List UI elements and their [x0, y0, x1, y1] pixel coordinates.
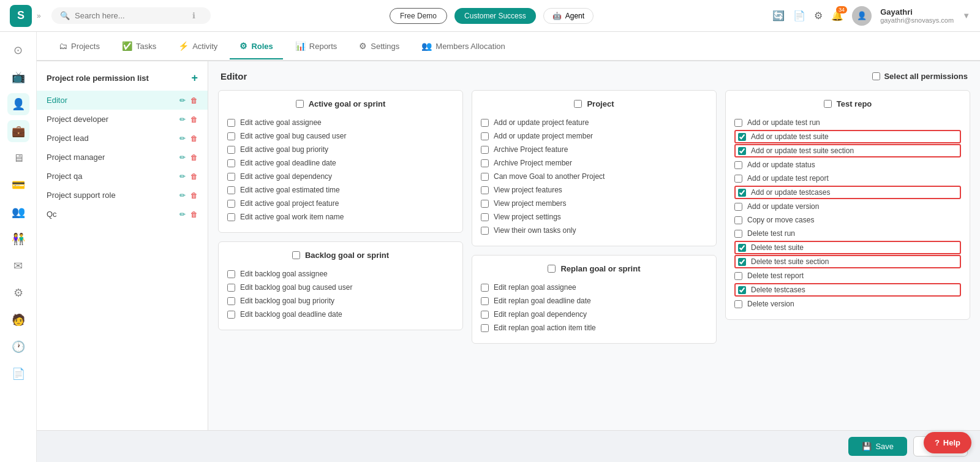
sidebar-icon-user[interactable]: 👤 [7, 93, 29, 115]
role-edit-icon[interactable]: ✏ [179, 191, 186, 200]
tab-members[interactable]: 👥Members Allocation [412, 34, 514, 59]
role-delete-icon[interactable]: 🗑 [190, 172, 198, 181]
role-list-item[interactable]: Project support role ✏ 🗑 [37, 186, 208, 205]
role-edit-icon[interactable]: ✏ [179, 210, 186, 219]
sidebar-icon-home[interactable]: ⊙ [7, 39, 29, 61]
section-checkbox-replan-goal[interactable] [548, 265, 556, 273]
perm-checkbox[interactable] [227, 200, 235, 208]
perm-checkbox[interactable] [227, 284, 235, 292]
role-delete-icon[interactable]: 🗑 [190, 191, 198, 200]
role-delete-icon[interactable]: 🗑 [190, 210, 198, 219]
search-input[interactable] [75, 11, 185, 20]
expand-icon[interactable]: » [37, 12, 41, 20]
customer-success-button[interactable]: Customer Success [454, 8, 536, 24]
perm-checkbox[interactable] [227, 270, 235, 278]
perm-checkbox[interactable] [481, 173, 489, 181]
tab-projects[interactable]: 🗂Projects [49, 34, 110, 59]
perm-checkbox[interactable] [481, 119, 489, 127]
perm-checkbox[interactable] [734, 175, 742, 183]
section-checkbox-backlog-goal[interactable] [292, 251, 300, 259]
perm-checkbox[interactable] [227, 213, 235, 221]
role-edit-icon[interactable]: ✏ [179, 153, 186, 162]
tab-settings[interactable]: ⚙Settings [349, 34, 409, 59]
perm-checkbox[interactable] [227, 146, 235, 154]
role-delete-icon[interactable]: 🗑 [190, 115, 198, 124]
perm-checkbox[interactable] [734, 272, 742, 280]
agent-button[interactable]: 🤖 Agent [543, 8, 594, 24]
refresh-icon[interactable]: 🔄 [772, 10, 785, 21]
perm-checkbox[interactable] [734, 203, 742, 211]
sidebar-icon-card[interactable]: 💳 [7, 174, 29, 196]
user-dropdown-icon[interactable]: ▼ [962, 11, 970, 20]
section-checkbox-test-repo[interactable] [824, 100, 832, 108]
role-list-item[interactable]: Project lead ✏ 🗑 [37, 129, 208, 148]
role-edit-icon[interactable]: ✏ [179, 96, 186, 105]
role-edit-icon[interactable]: ✏ [179, 115, 186, 124]
sidebar-icon-briefcase[interactable]: 💼 [7, 120, 29, 142]
role-list-item[interactable]: Project manager ✏ 🗑 [37, 148, 208, 167]
tab-reports[interactable]: 📊Reports [285, 34, 347, 59]
perm-checkbox[interactable] [738, 244, 746, 252]
info-icon[interactable]: ℹ [192, 11, 195, 20]
perm-checkbox[interactable] [481, 186, 489, 194]
role-edit-icon[interactable]: ✏ [179, 134, 186, 143]
sidebar-icon-monitor[interactable]: 🖥 [7, 147, 29, 169]
section-checkbox-active-goal[interactable] [296, 100, 304, 108]
perm-checkbox[interactable] [734, 230, 742, 238]
perm-checkbox[interactable] [738, 286, 746, 294]
perm-checkbox[interactable] [738, 147, 746, 155]
perm-checkbox[interactable] [481, 146, 489, 154]
perm-checkbox[interactable] [481, 227, 489, 235]
perm-checkbox[interactable] [481, 132, 489, 140]
perm-checkbox[interactable] [481, 159, 489, 167]
notification-icon[interactable]: 🔔 34 [831, 10, 843, 21]
perm-checkbox[interactable] [481, 200, 489, 208]
perm-checkbox[interactable] [227, 173, 235, 181]
sidebar-icon-clock[interactable]: 🕐 [7, 336, 29, 358]
app-logo[interactable]: S [10, 5, 32, 27]
role-list-item[interactable]: Qc ✏ 🗑 [37, 205, 208, 224]
perm-checkbox[interactable] [481, 213, 489, 221]
perm-checkbox[interactable] [227, 186, 235, 194]
tab-tasks[interactable]: ✅Tasks [112, 34, 166, 59]
perm-checkbox[interactable] [734, 119, 742, 127]
sidebar-icon-gear[interactable]: ⚙ [7, 282, 29, 304]
tab-activity[interactable]: ⚡Activity [168, 34, 227, 59]
perm-checkbox[interactable] [734, 216, 742, 224]
role-list-item[interactable]: Project qa ✏ 🗑 [37, 167, 208, 186]
select-all-checkbox[interactable] [872, 72, 880, 80]
role-edit-icon[interactable]: ✏ [179, 172, 186, 181]
perm-checkbox[interactable] [481, 311, 489, 319]
document-icon[interactable]: 📄 [793, 10, 805, 21]
save-button[interactable]: 💾 Save [848, 437, 907, 456]
perm-checkbox[interactable] [227, 297, 235, 305]
help-button[interactable]: ? Help [924, 432, 971, 453]
perm-checkbox[interactable] [227, 159, 235, 167]
sidebar-icon-mail[interactable]: ✉ [7, 255, 29, 277]
perm-checkbox[interactable] [738, 133, 746, 141]
role-list-item[interactable]: Project developer ✏ 🗑 [37, 110, 208, 129]
perm-checkbox[interactable] [738, 189, 746, 197]
sidebar-icon-users[interactable]: 👥 [7, 201, 29, 223]
free-demo-button[interactable]: Free Demo [390, 8, 447, 24]
perm-checkbox[interactable] [481, 297, 489, 305]
section-checkbox-project[interactable] [574, 100, 582, 108]
role-delete-icon[interactable]: 🗑 [190, 134, 198, 143]
sidebar-icon-person[interactable]: 🧑 [7, 309, 29, 331]
perm-checkbox[interactable] [481, 324, 489, 332]
perm-checkbox[interactable] [738, 258, 746, 266]
perm-checkbox[interactable] [227, 311, 235, 319]
perm-checkbox[interactable] [481, 284, 489, 292]
tab-roles[interactable]: ⚙Roles [230, 34, 282, 59]
perm-checkbox[interactable] [734, 161, 742, 169]
sidebar-icon-group[interactable]: 👫 [7, 228, 29, 250]
perm-checkbox[interactable] [227, 132, 235, 140]
perm-checkbox[interactable] [227, 119, 235, 127]
settings-icon[interactable]: ⚙ [814, 10, 823, 21]
role-delete-icon[interactable]: 🗑 [190, 96, 198, 105]
sidebar-icon-tv[interactable]: 📺 [7, 66, 29, 88]
sidebar-icon-file[interactable]: 📄 [7, 363, 29, 385]
role-delete-icon[interactable]: 🗑 [190, 153, 198, 162]
role-list-item[interactable]: Editor ✏ 🗑 [37, 91, 208, 110]
add-role-button[interactable]: + [191, 72, 198, 83]
